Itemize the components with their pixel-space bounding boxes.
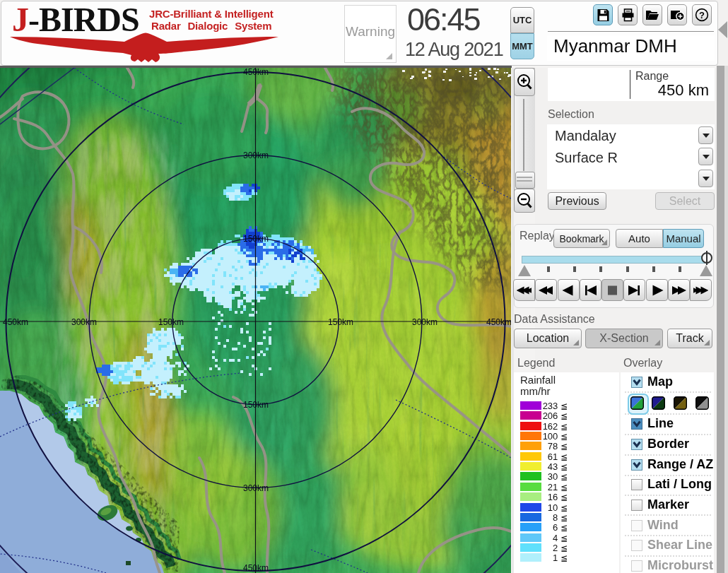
svg-text:150km: 150km (243, 234, 269, 244)
svg-text:300km: 300km (412, 317, 438, 327)
svg-text:?: ? (699, 10, 705, 20)
svg-text:450km: 450km (486, 317, 511, 327)
svg-text:450km: 450km (3, 317, 28, 327)
svg-text:450km: 450km (243, 68, 269, 77)
svg-text:300km: 300km (243, 150, 269, 160)
svg-text:300km: 300km (243, 483, 269, 493)
svg-text:300km: 300km (71, 317, 97, 327)
svg-text:150km: 150km (243, 400, 269, 410)
svg-text:450km: 450km (243, 563, 269, 573)
svg-text:150km: 150km (158, 317, 184, 327)
svg-text:150km: 150km (328, 317, 353, 327)
